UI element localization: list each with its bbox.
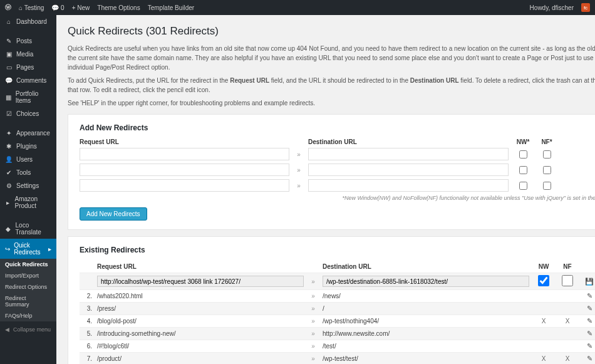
edit-nf-checkbox[interactable] bbox=[558, 275, 577, 286]
row-request: /introducing-something-new/ bbox=[97, 330, 304, 337]
menu-label: Tools bbox=[16, 169, 31, 176]
row-number: 3. bbox=[80, 305, 92, 312]
arrow-icon: » bbox=[294, 182, 303, 189]
submenu-import-export[interactable]: Import/Export bbox=[0, 270, 56, 281]
menu-icon: ✱ bbox=[5, 143, 13, 150]
sidebar-item-appearance[interactable]: ✦Appearance bbox=[0, 127, 56, 140]
nw-checkbox-2[interactable] bbox=[519, 166, 527, 174]
request-url-input-1[interactable] bbox=[80, 148, 289, 160]
nw-checkbox-3[interactable] bbox=[519, 182, 527, 190]
comments-link[interactable]: 💬 0 bbox=[51, 4, 64, 11]
submenu-quick-redirects[interactable]: Quick Redirects bbox=[0, 259, 56, 270]
arrow-icon: » bbox=[309, 293, 318, 299]
sidebar-item-comments[interactable]: 💬Comments bbox=[0, 74, 56, 87]
sidebar-item-posts[interactable]: ✎Posts bbox=[0, 34, 56, 48]
destination-url-input-1[interactable] bbox=[308, 148, 509, 160]
row-request: /whats2020.html bbox=[97, 293, 304, 299]
arrow-icon: » bbox=[294, 167, 303, 174]
sidebar-item-pages[interactable]: ▭Pages bbox=[0, 61, 56, 74]
site-link[interactable]: ⌂ Testing bbox=[19, 4, 44, 11]
page-title: Quick Redirects (301 Redirects) bbox=[68, 25, 595, 38]
sidebar-item-dashboard[interactable]: ⌂Dashboard bbox=[0, 15, 56, 28]
edit-icon[interactable]: ✎ bbox=[587, 355, 592, 362]
submenu-faqs-help[interactable]: FAQs/Help bbox=[0, 310, 56, 321]
existing-destination-label: Destination URL bbox=[323, 263, 529, 270]
sidebar-item-settings[interactable]: ⚙Settings bbox=[0, 179, 56, 192]
sidebar-item-quick-redirects[interactable]: ↪Quick Redirects▸ bbox=[0, 239, 56, 259]
existing-heading: Existing Redirects bbox=[80, 246, 595, 254]
arrow-icon: » bbox=[309, 305, 318, 312]
row-request: /#!blog/c6tl/ bbox=[97, 343, 304, 350]
new-link[interactable]: + New bbox=[72, 4, 90, 11]
nw-checkbox-1[interactable] bbox=[519, 150, 527, 159]
row-number: 6. bbox=[80, 343, 92, 350]
add-heading: Add New Redirects bbox=[80, 123, 595, 132]
redirect-row: 6./#!blog/c6tl/»/test/✎🗑 bbox=[80, 340, 595, 352]
sidebar-item-plugins[interactable]: ✱Plugins bbox=[0, 140, 56, 153]
row-nw: X bbox=[534, 318, 553, 325]
row-number: 4. bbox=[80, 318, 92, 325]
submenu-redirect-summary[interactable]: Redirect Summary bbox=[0, 293, 56, 310]
wordpress-icon[interactable]: ⓦ bbox=[5, 3, 11, 12]
row-number: 2. bbox=[80, 293, 92, 299]
add-new-redirects-button[interactable]: Add New Redirects bbox=[80, 207, 147, 221]
sidebar-item-media[interactable]: ▣Media bbox=[0, 48, 56, 61]
edit-icon[interactable]: ✎ bbox=[587, 292, 592, 299]
sidebar-item-tools[interactable]: ✔Tools bbox=[0, 166, 56, 179]
edit-icon[interactable]: ✎ bbox=[587, 342, 592, 350]
nf-checkbox-1[interactable] bbox=[543, 150, 551, 159]
destination-url-input-2[interactable] bbox=[308, 164, 509, 176]
main-content: Help ▾ Quick Redirects (301 Redirects) Q… bbox=[56, 15, 595, 364]
arrow-icon: » bbox=[309, 355, 318, 362]
sidebar-item-choices[interactable]: ☑Choices bbox=[0, 107, 56, 120]
edit-request-input[interactable] bbox=[97, 276, 304, 287]
menu-icon: ▣ bbox=[5, 51, 13, 58]
row-nf: X bbox=[558, 355, 577, 362]
menu-icon: ✎ bbox=[5, 38, 13, 44]
menu-label: Choices bbox=[16, 110, 39, 117]
sidebar-item-portfolio-items[interactable]: ▦Portfolio Items bbox=[0, 87, 56, 107]
theme-options-link[interactable]: Theme Options bbox=[97, 4, 140, 11]
menu-label: Users bbox=[16, 156, 33, 163]
menu-label: Media bbox=[16, 51, 33, 58]
menu-icon: ▭ bbox=[5, 64, 13, 71]
intro-paragraph-3: See 'HELP' in the upper right corner, fo… bbox=[68, 98, 595, 108]
request-url-input-3[interactable] bbox=[80, 179, 289, 192]
edit-nw-checkbox[interactable] bbox=[534, 275, 553, 286]
row-destination: /wp-test/test/ bbox=[323, 355, 529, 362]
intro-paragraph-1: Quick Redirects are useful when you have… bbox=[68, 44, 595, 72]
arrow-icon: » bbox=[309, 330, 318, 337]
request-url-input-2[interactable] bbox=[80, 164, 289, 176]
nf-checkbox-2[interactable] bbox=[543, 166, 551, 174]
menu-label: Dashboard bbox=[16, 18, 47, 25]
avatar[interactable]: fc bbox=[581, 3, 590, 12]
sidebar-item-loco-translate[interactable]: ◆Loco Translate bbox=[0, 219, 56, 239]
edit-icon[interactable]: ✎ bbox=[587, 317, 592, 325]
add-redirects-panel: Add New Redirects Request URL Destinatio… bbox=[68, 114, 595, 230]
nf-label: NF* bbox=[537, 138, 556, 145]
nf-checkbox-3[interactable] bbox=[543, 182, 551, 190]
edit-icon[interactable]: ✎ bbox=[587, 330, 592, 337]
howdy-user[interactable]: Howdy, dfischer bbox=[530, 4, 574, 11]
menu-label: Appearance bbox=[16, 130, 50, 137]
menu-icon: ◆ bbox=[5, 226, 12, 232]
row-request: /press/ bbox=[97, 305, 304, 312]
menu-icon: ↪ bbox=[5, 246, 10, 252]
sidebar-item-amazon-product[interactable]: ▸Amazon Product bbox=[0, 192, 56, 212]
destination-url-input-3[interactable] bbox=[308, 179, 509, 192]
template-builder-link[interactable]: Template Builder bbox=[148, 4, 194, 11]
row-destination: / bbox=[323, 305, 529, 312]
save-icon[interactable]: 💾 bbox=[585, 278, 594, 285]
redirect-row: 2./whats2020.html»/news/✎🗑 bbox=[80, 289, 595, 302]
sidebar-item-users[interactable]: 👤Users bbox=[0, 153, 56, 166]
menu-label: Posts bbox=[16, 38, 32, 44]
collapse-menu[interactable]: ◀ Collapse menu bbox=[0, 321, 56, 338]
menu-icon: ✦ bbox=[5, 130, 13, 137]
row-nw: X bbox=[534, 355, 553, 362]
edit-icon[interactable]: ✎ bbox=[587, 304, 592, 312]
edit-destination-input[interactable] bbox=[323, 276, 529, 287]
redirect-row: 4./blog/old-post/»/wp-test/nothing404/XX… bbox=[80, 315, 595, 327]
admin-sidebar: ⌂Dashboard✎Posts▣Media▭Pages💬Comments▦Po… bbox=[0, 15, 56, 364]
menu-icon: ⌂ bbox=[5, 18, 13, 25]
submenu-redirect-options[interactable]: Redirect Options bbox=[0, 281, 56, 293]
